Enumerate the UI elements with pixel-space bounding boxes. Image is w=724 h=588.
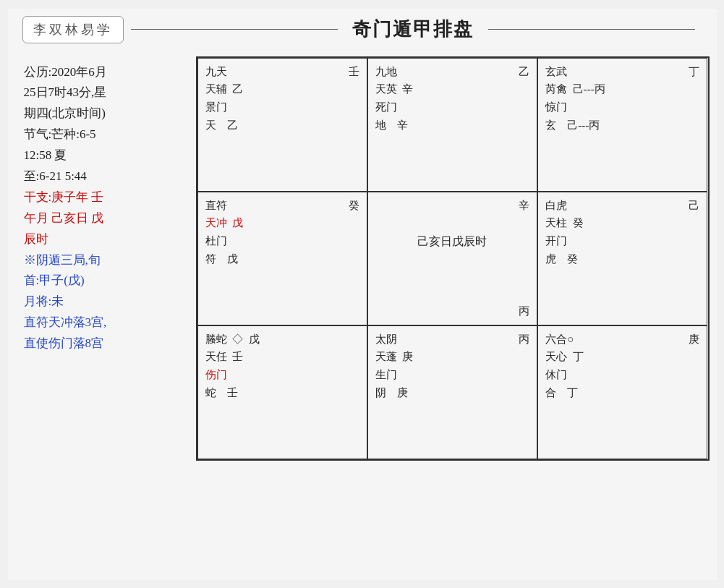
main-content: 公历:2020年6月 25日7时43分,星 期四(北京时间) 节气:芒种:6-5… — [15, 56, 710, 461]
cell-nw-r2-text: 天辅 乙 — [205, 80, 244, 98]
cell-n-r1-left: 九地 — [375, 63, 397, 81]
grid: 九天 壬 天辅 乙 景门 天 乙 九地 — [197, 58, 708, 459]
cell-n-r4-text: 地 辛 — [375, 116, 408, 135]
info-line-4: 节气:芒种:6-5 — [24, 124, 187, 145]
cell-w-r4-text: 符 戊 — [205, 250, 238, 268]
cell-s-r3: 生门 — [375, 366, 529, 384]
cell-se-r4-text: 合 丁 — [545, 384, 578, 402]
cell-nw-r4-text: 天 乙 — [205, 116, 238, 135]
cell-c-r4: 丙 — [375, 302, 529, 320]
cell-sw-r3-text: 伤门 — [205, 366, 227, 384]
cell-ne-r4-text: 玄 己---丙 — [545, 116, 600, 135]
cell-se-r1: 六合○ 庚 — [545, 331, 699, 349]
info-line-9: 辰时 — [24, 229, 187, 250]
cell-sw-r3: 伤门 — [205, 366, 359, 384]
info-line-7: 干支:庚子年 壬 — [24, 187, 187, 208]
cell-e-r4: 虎 癸 — [545, 250, 699, 268]
cell-ne-r1-right: 丁 — [689, 63, 699, 81]
cell-n-r2-text: 天英 辛 — [375, 80, 414, 98]
cell-sw-r2-text: 天任 壬 — [205, 348, 244, 366]
bagua-grid: 九天 壬 天辅 乙 景门 天 乙 九地 — [196, 56, 710, 461]
cell-nw-r3: 景门 — [205, 98, 359, 116]
cell-s-r3-text: 生门 — [375, 366, 397, 384]
cell-sw-r4: 蛇 壬 — [205, 384, 359, 402]
cell-n-r3: 死门 — [375, 98, 529, 116]
cell-w-r4: 符 戊 — [205, 250, 359, 268]
cell-ne-r1-left: 玄武 — [545, 63, 567, 81]
info-line-10: ※阴遁三局,旬 — [24, 250, 187, 271]
page-title: 奇门遁甲排盘 — [352, 17, 474, 42]
cell-s-r2-text: 天蓬 庚 — [375, 348, 414, 366]
cell-s-r2: 天蓬 庚 — [375, 348, 529, 366]
cell-e-r3-text: 开门 — [545, 232, 567, 250]
cell-se-r3: 休门 — [545, 366, 699, 384]
info-line-11: 首:甲子(戊) — [24, 270, 187, 291]
cell-southeast: 六合○ 庚 天心 丁 休门 合 丁 — [537, 325, 707, 459]
cell-southwest: 螣蛇 ◇ 戊 天任 壬 伤门 蛇 壬 — [197, 325, 367, 459]
info-line-3: 期四(北京时间) — [24, 103, 187, 124]
cell-w-r1: 直符 癸 — [205, 197, 359, 215]
cell-south: 太阴 丙 天蓬 庚 生门 阴 庚 — [367, 325, 537, 459]
cell-w-r3: 杜门 — [205, 232, 359, 250]
cell-s-r1-right: 丙 — [519, 331, 529, 349]
cell-se-r3-text: 休门 — [545, 366, 567, 384]
info-line-5: 12:58 夏 — [24, 145, 187, 166]
cell-n-r2: 天英 辛 — [375, 80, 529, 98]
cell-e-r1-right: 己 — [689, 197, 699, 215]
cell-e-r3: 开门 — [545, 232, 699, 250]
cell-north: 九地 乙 天英 辛 死门 地 辛 — [367, 58, 537, 192]
cell-c-r4-right: 丙 — [519, 302, 529, 320]
info-line-8: 午月 己亥日 戊 — [24, 208, 187, 229]
cell-northeast: 玄武 丁 芮禽 己---丙 惊门 玄 己---丙 — [537, 58, 707, 192]
cell-ne-r3: 惊门 — [545, 98, 699, 116]
info-line-12: 月将:未 — [24, 291, 187, 312]
cell-w-r2: 天冲 戊 — [205, 214, 359, 232]
cell-nw-r2: 天辅 乙 — [205, 80, 359, 98]
cell-center: 辛 己亥日戊辰时 丙 — [367, 192, 537, 325]
cell-sw-r4-text: 蛇 壬 — [205, 384, 238, 402]
header-line-right — [488, 29, 695, 30]
info-line-6: 至:6-21 5:44 — [24, 166, 187, 187]
info-line-1: 公历:2020年6月 — [24, 62, 187, 83]
cell-sw-r1: 螣蛇 ◇ 戊 — [205, 331, 359, 349]
cell-n-r1-right: 乙 — [519, 63, 529, 81]
cell-c-r3 — [375, 270, 529, 284]
cell-nw-r4: 天 乙 — [205, 116, 359, 135]
cell-sw-r2: 天任 壬 — [205, 348, 359, 366]
cell-w-r1-right: 癸 — [349, 197, 359, 215]
cell-e-r2: 天柱 癸 — [545, 214, 699, 232]
cell-e-r4-text: 虎 癸 — [545, 250, 578, 268]
cell-se-r4: 合 丁 — [545, 384, 699, 402]
cell-e-r1-left: 白虎 — [545, 197, 567, 215]
cell-w-r1-left: 直符 — [205, 197, 227, 215]
cell-n-r1: 九地 乙 — [375, 63, 529, 81]
app-container: 李双林易学 奇门遁甲排盘 公历:2020年6月 25日7时43分,星 期四(北京… — [8, 9, 717, 580]
cell-c-r2: 己亥日戊辰时 — [375, 232, 529, 251]
info-line-14: 直使伤门落8宫 — [24, 333, 187, 354]
cell-w-r3-text: 杜门 — [205, 232, 227, 250]
cell-ne-r1: 玄武 丁 — [545, 63, 699, 81]
cell-e-r1: 白虎 己 — [545, 197, 699, 215]
cell-s-r4: 阴 庚 — [375, 384, 529, 402]
cell-sw-r1-text: 螣蛇 ◇ 戊 — [205, 331, 260, 349]
cell-ne-r3-text: 惊门 — [545, 98, 567, 116]
header-line-left — [131, 29, 338, 30]
cell-nw-r1-right: 壬 — [349, 63, 359, 81]
cell-s-r1-left: 太阴 — [375, 331, 397, 349]
cell-c-r1-right: 辛 — [519, 197, 529, 215]
cell-w-r2-text: 天冲 戊 — [205, 214, 244, 232]
cell-s-r1: 太阴 丙 — [375, 331, 529, 349]
cell-ne-r2: 芮禽 己---丙 — [545, 80, 699, 98]
info-line-13: 直符天冲落3宫, — [24, 312, 187, 333]
cell-n-r4: 地 辛 — [375, 116, 529, 135]
cell-northwest: 九天 壬 天辅 乙 景门 天 乙 — [197, 58, 367, 192]
cell-n-r3-text: 死门 — [375, 98, 397, 116]
cell-nw-r1-left: 九天 — [205, 63, 227, 81]
header: 李双林易学 奇门遁甲排盘 — [15, 16, 710, 43]
cell-nw-r1: 九天 壬 — [205, 63, 359, 81]
cell-c-r1: 辛 — [375, 197, 529, 215]
cell-east: 白虎 己 天柱 癸 开门 虎 癸 — [537, 192, 707, 325]
cell-se-r1-right: 庚 — [689, 331, 699, 349]
cell-c-r2-text: 己亥日戊辰时 — [417, 232, 487, 251]
cell-se-r2: 天心 丁 — [545, 348, 699, 366]
